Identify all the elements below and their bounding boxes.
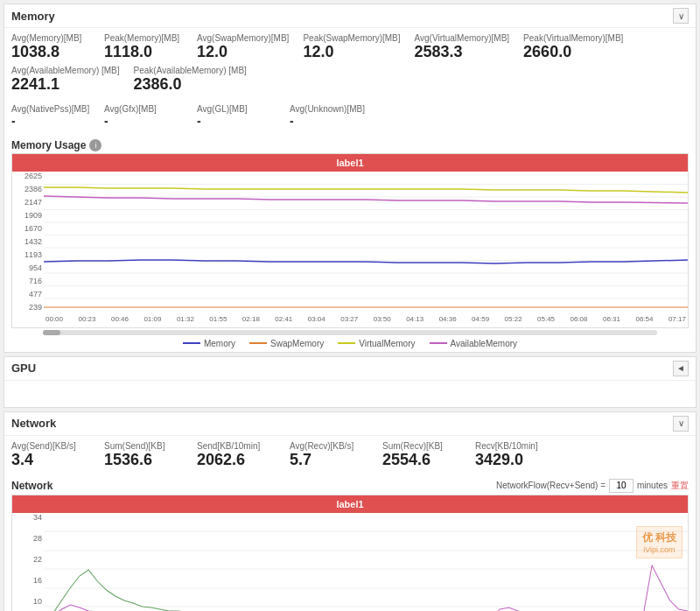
network-stat-sum-send: Sum(Send)[KB] 1536.6	[104, 441, 183, 470]
network-chart-container: label1 34 28 22 16 10 4	[11, 495, 689, 611]
network-chart-wrapper: label1 34 28 22 16 10 4	[4, 495, 696, 611]
network-flow-input[interactable]	[609, 479, 634, 493]
yaxis-value-1: 2386	[14, 185, 42, 193]
yaxis-value-4: 1670	[14, 224, 42, 233]
network-chart-header: Network NetworkFlow(Recv+Send) = minutes…	[4, 475, 696, 495]
yaxis-value-2: 2147	[14, 198, 42, 207]
memory-chart-title-row: Memory Usage i	[11, 139, 689, 151]
memory-collapse-button[interactable]: ∨	[673, 8, 689, 24]
network-title: Network	[11, 417, 56, 430]
memory-chart-svg-area	[44, 172, 688, 312]
network-chart-title: Network	[11, 480, 52, 492]
network-chart-label: label1	[336, 499, 363, 509]
memory-section: Memory ∨ Avg(Memory)[MB] 1038.8 Peak(Mem…	[4, 4, 696, 353]
network-stat-avg-send: Avg(Send)[KB/s] 3.4	[11, 441, 90, 470]
gpu-collapse-button[interactable]: ◄	[673, 361, 689, 376]
memory-stat-avg-memory: Avg(Memory)[MB] 1038.8	[11, 33, 90, 62]
network-stat-sum-recv: Sum(Recv)[KB] 2554.6	[382, 441, 461, 470]
legend-memory: Memory	[183, 339, 235, 348]
memory-stat-nativepss: Avg(NativePss)[MB] -	[11, 104, 90, 129]
network-chart-yaxis: 34 28 22 16 10 4	[12, 513, 44, 611]
memory-stat-avg-available: Avg(AvailableMemory) [MB] 2241.1	[11, 66, 120, 95]
memory-stat-avg-swap: Avg(SwapMemory)[MB] 12.0	[197, 33, 289, 62]
network-section-header: Network ∨	[4, 412, 696, 436]
legend-availablememory: AvailableMemory	[430, 339, 518, 348]
network-stat-send-10min: Send[KB/10min] 2062.6	[197, 441, 276, 470]
yaxis-value-0: 2625	[14, 172, 42, 180]
legend-virtual-line	[338, 342, 355, 344]
network-collapse-button[interactable]: ∨	[673, 416, 689, 432]
memory-chart-container: label1 2625 2386 2147 1909 1670 1432 119…	[11, 153, 689, 328]
memory-stat-unknown: Avg(Unknown)[MB] -	[290, 104, 368, 129]
network-chart-svg-area	[44, 513, 688, 611]
memory-chart-section: Memory Usage i label1 2625 2386 2147 190…	[4, 134, 696, 352]
yaxis-value-6: 1193	[14, 250, 42, 259]
legend-swapmemory: SwapMemory	[249, 339, 324, 348]
memory-chart-label: label1	[336, 158, 363, 168]
memory-stat-avg-virtual: Avg(VirtualMemory)[MB] 2583.3	[415, 33, 510, 62]
memory-stats-row2: Avg(NativePss)[MB] - Avg(Gfx)[MB] - Avg(…	[4, 99, 696, 134]
network-reset-button[interactable]: 重置	[671, 480, 689, 492]
yaxis-value-7: 954	[14, 263, 42, 272]
memory-chart-scrollbar[interactable]	[43, 330, 657, 335]
yaxis-value-9: 477	[14, 290, 42, 298]
memory-stat-peak-available: Peak(AvailableMemory) [MB] 2386.0	[134, 66, 247, 95]
gpu-section-header: GPU ◄	[4, 357, 696, 381]
legend-swap-line	[249, 342, 267, 344]
memory-stat-gfx: Avg(Gfx)[MB] -	[104, 104, 183, 129]
network-flow-control: NetworkFlow(Recv+Send) = minutes 重置	[496, 479, 689, 493]
yaxis-value-10: 239	[14, 303, 42, 312]
network-chart-label-bar: label1	[12, 495, 688, 513]
yaxis-value-8: 716	[14, 277, 42, 285]
network-stats-row: Avg(Send)[KB/s] 3.4 Sum(Send)[KB] 1536.6…	[4, 436, 696, 475]
memory-chart-title: Memory Usage	[11, 139, 86, 151]
memory-stats-row1: Avg(Memory)[MB] 1038.8 Peak(Memory)[MB] …	[4, 28, 696, 99]
network-section: Network ∨ Avg(Send)[KB/s] 3.4 Sum(Send)[…	[4, 411, 696, 611]
legend-virtualmemory: VirtualMemory	[338, 339, 415, 348]
network-stat-avg-recv: Avg(Recv)[KB/s] 5.7	[290, 441, 368, 470]
memory-chart-svg	[44, 172, 688, 312]
network-stat-recv-10min: Recv[KB/10min] 3429.0	[475, 441, 554, 470]
yaxis-value-5: 1432	[14, 237, 42, 246]
yaxis-value-3: 1909	[14, 211, 42, 220]
memory-chart-label-bar: label1	[12, 154, 688, 172]
memory-section-header: Memory ∨	[4, 4, 696, 28]
legend-memory-line	[183, 342, 200, 344]
memory-chart-yaxis: 2625 2386 2147 1909 1670 1432 1193 954 7…	[12, 172, 44, 312]
memory-stat-peak-memory: Peak(Memory)[MB] 1118.0	[104, 33, 183, 62]
memory-stat-gl: Avg(GL)[MB] -	[197, 104, 276, 129]
memory-title: Memory	[11, 10, 55, 23]
memory-chart-xaxis: 00:00 00:23 00:46 01:09 01:32 01:55 02:1…	[44, 312, 688, 327]
memory-stat-peak-swap: Peak(SwapMemory)[MB] 12.0	[303, 33, 400, 62]
gpu-title: GPU	[11, 362, 36, 375]
memory-chart-scrollbar-thumb[interactable]	[43, 330, 60, 335]
legend-available-line	[430, 342, 447, 344]
memory-chart-info-icon[interactable]: i	[89, 139, 102, 151]
network-chart-svg	[44, 513, 688, 611]
gpu-section: GPU ◄	[4, 356, 696, 408]
memory-stat-peak-virtual: Peak(VirtualMemory)[MB] 2660.0	[523, 33, 623, 62]
memory-chart-legend: Memory SwapMemory VirtualMemory Availabl…	[11, 339, 689, 348]
gpu-content	[4, 381, 696, 407]
